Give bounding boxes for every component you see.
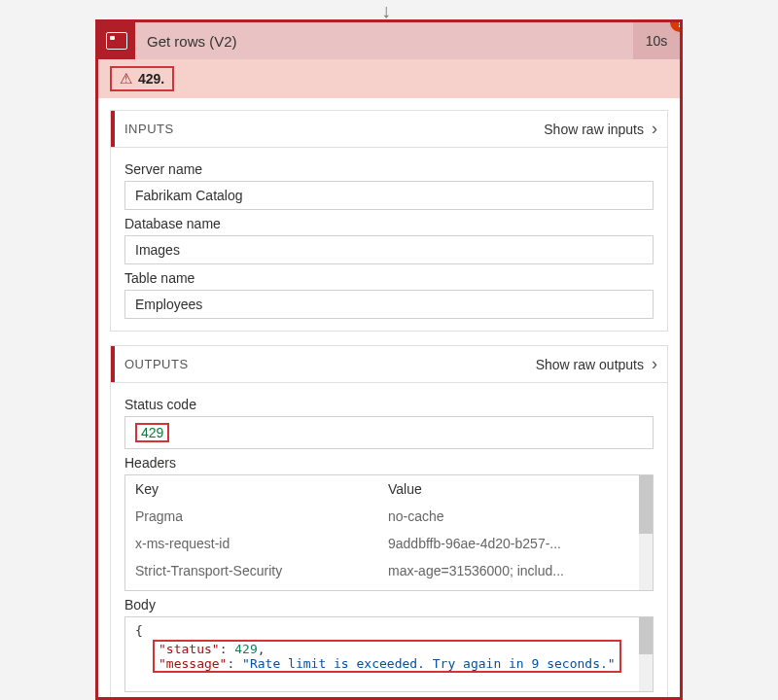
status-code-value-box: 429 xyxy=(124,416,654,449)
json-message-key: "message" xyxy=(159,656,227,671)
headers-column-row: Key Value xyxy=(125,475,653,503)
database-name-label: Database name xyxy=(124,216,654,231)
header-key: Pragma xyxy=(135,508,388,524)
headers-scrollbar-thumb[interactable] xyxy=(639,475,653,534)
show-raw-outputs-label: Show raw outputs xyxy=(536,357,644,372)
json-message-val: "Rate limit is exceeded. Try again in 9 … xyxy=(242,656,616,671)
header-key: Strict-Transport-Security xyxy=(135,563,388,578)
headers-column-key: Key xyxy=(135,481,388,497)
card-header[interactable]: Get rows (V2) 10s xyxy=(98,22,680,59)
status-code-label: Status code xyxy=(124,397,654,412)
outputs-section: OUTPUTS Show raw outputs › Status code 4… xyxy=(110,345,668,700)
inputs-section-header: INPUTS Show raw inputs › xyxy=(111,111,667,148)
outputs-heading: OUTPUTS xyxy=(124,357,189,371)
body-json-highlight: "status": 429, "message": "Rate limit is… xyxy=(153,640,621,673)
table-row: Pragma no-cache xyxy=(125,503,653,530)
headers-table: Key Value Pragma no-cache x-ms-request-i… xyxy=(124,474,654,591)
json-open-brace: { xyxy=(135,623,143,638)
inputs-heading: INPUTS xyxy=(124,122,174,136)
show-raw-inputs-link[interactable]: Show raw inputs › xyxy=(544,119,657,139)
header-value: max-age=31536000; includ... xyxy=(388,563,635,578)
database-name-value: Images xyxy=(124,235,654,264)
table-row: x-ms-request-id 9addbffb-96ae-4d20-b257-… xyxy=(125,530,653,557)
headers-label: Headers xyxy=(124,455,654,471)
error-code-pill: ⚠ 429. xyxy=(110,66,174,91)
chevron-right-icon: › xyxy=(652,119,657,139)
table-row: Strict-Transport-Security max-age=315360… xyxy=(125,557,653,584)
error-banner: ⚠ 429. xyxy=(98,59,680,98)
status-code-value: 429 xyxy=(141,425,163,440)
body-json-box: { "status": 429, "message": "Rate limit … xyxy=(124,616,654,692)
json-status-key: "status" xyxy=(159,642,220,656)
table-name-value: Employees xyxy=(124,290,654,319)
body-scrollbar-thumb[interactable] xyxy=(639,617,653,654)
status-code-highlight: 429 xyxy=(135,423,169,442)
chevron-right-icon: › xyxy=(652,354,657,374)
warning-triangle-icon: ⚠ xyxy=(120,70,132,88)
server-name-value: Fabrikam Catalog xyxy=(124,181,654,210)
show-raw-outputs-link[interactable]: Show raw outputs › xyxy=(536,354,657,374)
header-value: no-cache xyxy=(388,508,635,524)
action-card: ! Get rows (V2) 10s ⚠ 429. INPUTS Show r… xyxy=(95,19,683,700)
show-raw-inputs-label: Show raw inputs xyxy=(544,122,644,137)
headers-column-value: Value xyxy=(388,481,635,497)
body-label: Body xyxy=(124,597,654,612)
json-status-val: 429 xyxy=(234,642,257,656)
error-code-text: 429. xyxy=(138,71,164,87)
body-scrollbar[interactable] xyxy=(639,617,653,691)
server-name-label: Server name xyxy=(124,161,654,177)
outputs-section-header: OUTPUTS Show raw outputs › xyxy=(111,346,667,383)
header-value: 9addbffb-96ae-4d20-b257-... xyxy=(388,536,635,551)
header-key: x-ms-request-id xyxy=(135,536,388,551)
sql-icon xyxy=(106,32,127,50)
table-name-label: Table name xyxy=(124,270,654,286)
connector-icon-box xyxy=(98,22,135,59)
headers-scrollbar[interactable] xyxy=(639,475,653,590)
card-title: Get rows (V2) xyxy=(147,33,237,50)
inputs-section: INPUTS Show raw inputs › Server name Fab… xyxy=(110,110,668,332)
